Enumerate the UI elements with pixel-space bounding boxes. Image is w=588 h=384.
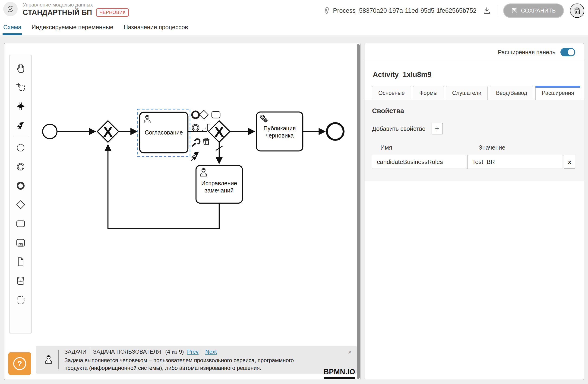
svg-text:X: X (214, 124, 224, 140)
create-task[interactable] (15, 214, 26, 233)
save-button[interactable]: СОХРАНИТЬ (503, 3, 564, 18)
task-soglasovanie[interactable]: Согласование (140, 112, 188, 153)
tab-extensions[interactable]: Расширения (535, 86, 580, 100)
create-data-store[interactable] (15, 271, 26, 290)
info-bar-divider (58, 350, 59, 369)
properties-panel: Расширенная панель Activity_1xlu8m9 Осно… (364, 43, 584, 380)
tab-input-output[interactable]: Ввод/Вывод (490, 86, 534, 100)
status-badge: ЧЕРНОВИК (96, 8, 129, 17)
add-property-button[interactable]: + (432, 123, 443, 134)
change-element-icon[interactable] (192, 139, 200, 146)
help-button[interactable]: ? (8, 352, 31, 375)
user-task-badge-icon (43, 354, 54, 364)
append-task-icon[interactable] (212, 112, 220, 118)
extended-panel-label: Расширенная панель (498, 49, 555, 56)
lasso-tool[interactable] (15, 78, 26, 97)
extended-panel-toggle[interactable] (560, 48, 575, 56)
element-info-bar: ЗАДАЧИ ЗАДАЧА ПОЛЬЗОВАТЕЛЯ (4 из 9) Prev… (36, 346, 357, 374)
process-id: Process_58370a20-197a-11ed-95d5-1fe62565… (333, 7, 477, 14)
paperclip-icon (323, 7, 330, 15)
svg-text:черновика: черновика (266, 132, 294, 139)
connect-icon[interactable] (191, 152, 199, 161)
info-counter: (4 из 9) (165, 349, 184, 355)
property-row: x (372, 155, 575, 169)
append-end-event-icon[interactable] (192, 111, 199, 118)
append-gateway-icon[interactable] (199, 110, 208, 119)
palette-divider (13, 136, 28, 136)
property-value-input[interactable] (467, 155, 562, 169)
tab-process-assignment[interactable]: Назначение процессов (124, 24, 188, 35)
create-end-event[interactable] (15, 176, 26, 195)
bpmn-canvas-panel[interactable]: X Согласование X Публикация черновика (4, 43, 360, 380)
element-description: Задача выполняется человеком – пользоват… (64, 356, 343, 372)
tab-general[interactable]: Основные (372, 86, 411, 100)
tab-indexed-variables[interactable]: Индексируемые переменные (32, 24, 113, 35)
gateway-2[interactable]: X (209, 121, 230, 142)
bpmn-palette (9, 55, 32, 334)
task-publikaciya[interactable]: Публикация черновика (256, 112, 303, 151)
hand-tool[interactable] (15, 59, 26, 78)
properties-section-title: Свойства (372, 107, 575, 115)
svg-text:Исправление: Исправление (201, 180, 237, 186)
next-link[interactable]: Next (205, 349, 217, 355)
tab-listeners[interactable]: Слушатели (446, 86, 488, 100)
space-tool[interactable] (15, 97, 26, 116)
delete-model-button[interactable] (570, 3, 584, 18)
info-category: ЗАДАЧИ (64, 349, 90, 355)
bpmn-diagram[interactable]: X Согласование X Публикация черновика (4, 43, 361, 380)
svg-text:Публикация: Публикация (263, 125, 296, 132)
create-intermediate-event[interactable] (15, 157, 26, 176)
create-subprocess[interactable] (15, 233, 26, 252)
info-element-type: ЗАДАЧА ПОЛЬЗОВАТЕЛЯ (93, 349, 161, 355)
property-name-input[interactable] (372, 155, 467, 169)
add-property-label: Добавить свойство (372, 125, 426, 132)
task-ispravlenie[interactable]: Исправление замечаний (196, 166, 242, 203)
app-subtitle: Управление моделью данных (23, 2, 93, 8)
prev-link[interactable]: Prev (187, 349, 199, 355)
bpmn-io-logo: BPMN.iO (324, 368, 355, 379)
start-event[interactable] (43, 124, 57, 139)
global-connect-tool[interactable] (15, 116, 26, 135)
create-start-event[interactable] (15, 138, 26, 157)
column-header-name: Имя (380, 144, 470, 151)
main-nav: Схема Индексируемые переменные Назначени… (3, 24, 188, 35)
properties-tabs: Основные Формы Слушатели Ввод/Вывод Расш… (364, 86, 584, 100)
header-divider (497, 5, 497, 17)
extensions-tab-content: Свойства Добавить свойство + Имя Значени… (364, 100, 584, 181)
svg-text:замечаний: замечаний (205, 187, 233, 194)
main-area: X Согласование X Публикация черновика (0, 36, 588, 384)
close-icon[interactable]: × (348, 349, 352, 356)
delete-element-icon[interactable] (203, 138, 210, 145)
page-title: СТАНДАРТНЫЙ БП (23, 8, 92, 17)
gateway-1[interactable]: X (97, 121, 119, 142)
app-logo (3, 2, 18, 16)
tab-forms[interactable]: Формы (413, 86, 444, 100)
svg-text:X: X (103, 124, 113, 140)
svg-text:Согласование: Согласование (145, 129, 183, 136)
create-group[interactable] (15, 290, 26, 309)
app-header: Управление моделью данных СТАНДАРТНЫЙ БП… (0, 0, 588, 35)
selected-element-id: Activity_1xlu8m9 (373, 70, 584, 79)
create-data-object[interactable] (15, 252, 26, 271)
floppy-icon (511, 7, 518, 14)
end-event[interactable] (327, 123, 344, 140)
question-icon: ? (13, 357, 26, 370)
column-header-value: Значение (479, 144, 505, 151)
remove-property-button[interactable]: x (564, 155, 575, 169)
append-text-annotation-icon[interactable] (201, 124, 210, 132)
download-button[interactable] (483, 6, 491, 15)
tab-schema[interactable]: Схема (3, 24, 21, 35)
create-gateway[interactable] (15, 195, 26, 214)
